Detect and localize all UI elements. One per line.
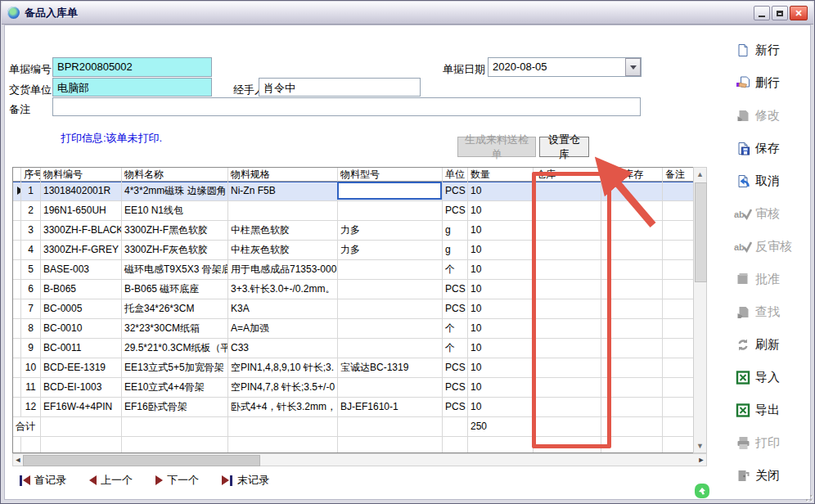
table-cell[interactable]: 10 (468, 299, 534, 319)
table-cell[interactable] (534, 299, 601, 319)
table-cell[interactable]: 13018402001R (41, 182, 122, 201)
table-cell[interactable]: EE10 N1线包 (122, 201, 228, 221)
table-cell[interactable] (601, 378, 663, 398)
table-cell[interactable] (601, 358, 663, 378)
table-cell[interactable]: 6 (21, 280, 41, 299)
table-cell[interactable]: 29.5*21*0.3CM纸板（平 (122, 339, 228, 358)
table-cell[interactable]: BJ-EF1610-1 (338, 398, 443, 417)
set-warehouse-button[interactable]: 设置仓库 (539, 137, 589, 157)
table-cell[interactable]: EF16W-4+4PIN (41, 398, 122, 417)
table-cell[interactable] (601, 339, 663, 358)
table-cell[interactable]: EF16卧式骨架 (122, 398, 228, 417)
table-cell[interactable]: 中柱黑色软胶 (228, 221, 338, 241)
table-cell[interactable] (534, 201, 601, 221)
table-cell[interactable]: B-B065 (41, 280, 122, 299)
table-cell[interactable]: 4*3*2mm磁珠 边缘圆角 (122, 182, 228, 201)
nav-next-record-button[interactable]: 下一个 (155, 473, 199, 488)
supplier-field[interactable]: 电脑部 (52, 78, 212, 97)
nav-last-record-button[interactable]: 末记录 (222, 473, 269, 488)
table-cell[interactable]: 10 (468, 339, 534, 358)
table-cell[interactable] (338, 339, 443, 358)
table-cell[interactable]: BCD-EI-1003 (41, 378, 122, 398)
table-cell[interactable]: PCS (443, 299, 468, 319)
table-cell[interactable] (534, 280, 601, 299)
table-cell[interactable] (601, 260, 663, 280)
table-cell[interactable]: PCS (443, 358, 468, 378)
table-row[interactable]: 2196N1-650UHEE10 N1线包PCS10 (13, 201, 693, 221)
table-cell[interactable]: 3300ZH-F-BLACK (41, 221, 122, 241)
sidebar-button-save[interactable]: 保存 (734, 138, 811, 158)
handler-field[interactable]: 肖令中 (259, 78, 421, 97)
table-cell[interactable]: 10 (468, 201, 534, 221)
table-cell[interactable]: BC-0010 (41, 319, 122, 339)
table-cell[interactable] (601, 280, 663, 299)
table-cell[interactable]: 3300ZH-F黑色软胶 (122, 221, 228, 241)
table-cell[interactable] (601, 241, 663, 260)
table-cell[interactable]: 4 (21, 241, 41, 260)
table-cell[interactable] (534, 378, 601, 398)
table-cell[interactable] (338, 319, 443, 339)
table-cell[interactable] (338, 201, 443, 221)
table-cell[interactable]: 10 (468, 221, 534, 241)
remark-field[interactable] (52, 97, 641, 116)
scroll-right-icon[interactable]: ► (696, 454, 706, 466)
table-cell[interactable] (534, 241, 601, 260)
table-cell[interactable]: BC-0005 (41, 299, 122, 319)
table-cell[interactable]: EE13立式5+5加宽骨架 (122, 358, 228, 378)
table-cell[interactable]: 9 (21, 339, 41, 358)
table-cell[interactable] (663, 378, 694, 398)
vertical-scrollbar[interactable]: ▲ ▼ (693, 167, 707, 453)
table-cell[interactable]: 3300ZH-F灰色软胶 (122, 241, 228, 260)
table-cell[interactable]: BC-0011 (41, 339, 122, 358)
table-cell[interactable]: PCS (443, 201, 468, 221)
nav-prev-record-button[interactable]: 上一个 (89, 473, 133, 488)
table-cell[interactable]: 磁环电感T9X5X3 骨架底 (122, 260, 228, 280)
table-cell[interactable]: 3+3.针长3.0+-/0.2mm。 (228, 280, 338, 299)
table-cell[interactable]: 宝诚达BC-1319 (338, 358, 443, 378)
table-cell[interactable] (663, 182, 694, 201)
table-cell[interactable]: 10 (468, 378, 534, 398)
resize-grip[interactable] (802, 491, 812, 501)
table-cell[interactable]: 卧式4+4，针长3.2mm， (228, 398, 338, 417)
close-button[interactable]: ✕ (790, 6, 808, 20)
table-row[interactable]: 10BCD-EE-1319EE13立式5+5加宽骨架空PIN1,4,8,9,10… (13, 358, 693, 378)
table-cell[interactable] (534, 182, 601, 201)
table-cell[interactable]: 中柱灰色软胶 (228, 241, 338, 260)
table-cell[interactable] (338, 260, 443, 280)
sidebar-button-refresh[interactable]: 刷新 (734, 335, 811, 354)
table-cell[interactable] (663, 241, 694, 260)
table-cell[interactable]: 10 (468, 398, 534, 417)
table-cell[interactable]: K3A (228, 299, 338, 319)
table-cell[interactable]: 托盒34*26*3CM (122, 299, 228, 319)
table-cell[interactable] (534, 398, 601, 417)
table-cell[interactable]: 8 (21, 319, 41, 339)
table-cell[interactable]: Ni-Zn F5B (228, 182, 338, 201)
table-cell[interactable]: PCS (443, 398, 468, 417)
table-cell[interactable]: 196N1-650UH (41, 201, 122, 221)
sidebar-button-cancel[interactable]: 取消 (734, 171, 811, 191)
sidebar-button-new-row[interactable]: 新行 (734, 40, 811, 60)
table-cell[interactable]: B-B065 磁环底座 (122, 280, 228, 299)
table-cell[interactable] (601, 221, 663, 241)
table-row[interactable]: 12EF16W-4+4PINEF16卧式骨架卧式4+4，针长3.2mm，BJ-E… (13, 398, 693, 417)
table-cell[interactable]: BCD-EE-1319 (41, 358, 122, 378)
table-cell[interactable]: PCS (443, 378, 468, 398)
table-cell[interactable]: 空PIN4,7,8 针长;3.5+/-0 (228, 378, 338, 398)
scroll-up-icon[interactable]: ▲ (694, 168, 706, 181)
table-cell[interactable]: g (443, 221, 468, 241)
maximize-button[interactable] (772, 6, 788, 20)
table-cell[interactable]: C33 (228, 339, 338, 358)
table-cell[interactable] (534, 339, 601, 358)
table-cell[interactable] (601, 398, 663, 417)
table-cell[interactable]: 空PIN1,4,8,9,10 针长;3. (228, 358, 338, 378)
table-cell[interactable] (663, 358, 694, 378)
table-cell[interactable]: 10 (468, 358, 534, 378)
table-cell[interactable] (663, 299, 694, 319)
doc-date-field[interactable]: 2020-08-05 (488, 57, 642, 77)
sidebar-button-export-excel[interactable]: 导出 (734, 400, 811, 420)
table-cell[interactable]: 11 (21, 378, 41, 398)
table-cell[interactable]: 5 (21, 260, 41, 280)
table-cell[interactable] (338, 378, 443, 398)
table-row[interactable]: 8BC-001032*23*30CM纸箱A=A加强个10 (13, 319, 693, 339)
table-cell[interactable] (534, 358, 601, 378)
